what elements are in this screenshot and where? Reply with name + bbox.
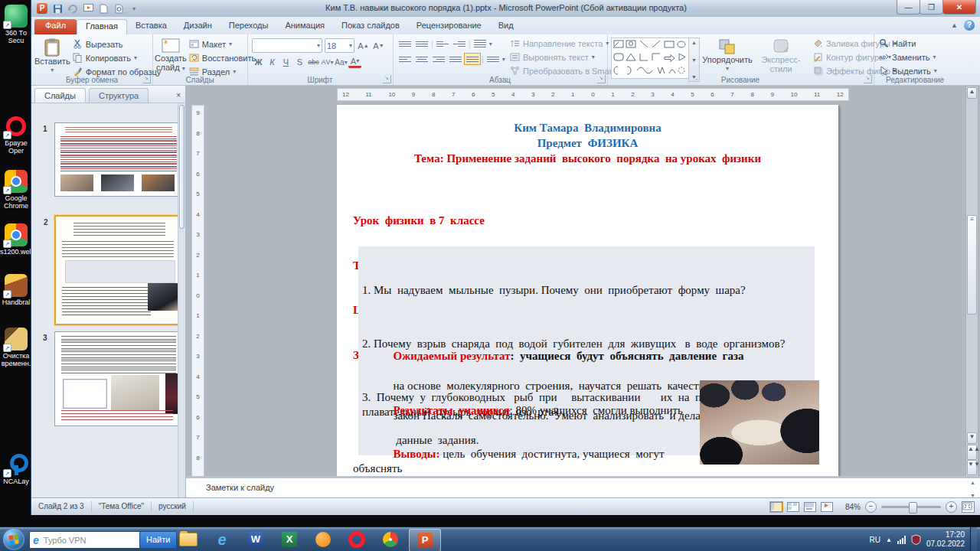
zoom-slider-thumb[interactable] <box>909 502 917 514</box>
tab-file[interactable]: Файл <box>34 19 77 35</box>
fit-to-window-button[interactable] <box>962 501 975 513</box>
panel-tab-slides[interactable]: Слайды <box>34 88 86 103</box>
taskbar-explorer-button[interactable] <box>173 529 204 550</box>
slide-thumbnail-3[interactable]: 3 <box>54 331 178 426</box>
shapes-scroll-up-icon[interactable]: ▲ <box>691 40 697 45</box>
taskbar-ie-button[interactable]: e <box>207 529 237 550</box>
shapes-scroll-down-icon[interactable]: ▼ <box>691 57 697 63</box>
desktop-icon-handbrake[interactable]: ↗ Handbral <box>0 274 32 306</box>
decrease-indent-button[interactable] <box>435 38 450 49</box>
desktop-icon-s1200[interactable]: ↗ s1200.web <box>0 223 32 256</box>
change-case-button[interactable]: Аа▾ <box>335 56 348 68</box>
show-desktop-button[interactable] <box>970 527 977 551</box>
security-shield-icon[interactable] <box>911 534 921 545</box>
slide-theme[interactable]: Тема: Применение заданий высокого порядк… <box>337 152 838 165</box>
desktop-icon-chrome[interactable]: ↗ Google Chrome <box>0 170 32 210</box>
shrink-font-button[interactable]: А▼ <box>372 40 385 52</box>
scroll-down-icon[interactable]: ▼ <box>967 432 977 444</box>
status-slide-number[interactable]: Слайд 2 из 3 <box>31 501 92 512</box>
quick-styles-button[interactable]: Экспресс-стили <box>754 36 808 77</box>
tab-insert[interactable]: Вставка <box>127 19 175 35</box>
new-slide-button[interactable]: Создать слайд ▾ <box>155 36 187 77</box>
zoom-percent[interactable]: 84% <box>838 503 861 511</box>
shapes-gallery[interactable] <box>611 37 689 79</box>
find-button[interactable]: Найти <box>877 37 956 50</box>
bold-button[interactable]: Ж <box>252 56 265 68</box>
justify-button[interactable] <box>448 54 463 64</box>
tab-design[interactable]: Дизайн <box>175 19 220 35</box>
panel-scrollbar[interactable] <box>178 103 185 497</box>
view-reading-button[interactable] <box>804 502 816 512</box>
view-slideshow-button[interactable] <box>821 502 833 512</box>
paste-button[interactable]: Вставить▾ <box>34 36 70 77</box>
arrange-button[interactable]: Упорядочить▾ <box>702 36 753 77</box>
clipboard-dialog-launcher-icon[interactable]: ↘ <box>142 75 151 83</box>
drawing-dialog-launcher-icon[interactable]: ↘ <box>864 75 872 83</box>
desktop-icon-cleanup[interactable]: ↗ Очистка временн. <box>0 328 32 367</box>
taskbar-powerpoint-button[interactable]: P <box>409 529 441 551</box>
cut-button[interactable]: Вырезать <box>70 37 164 51</box>
language-indicator[interactable]: RU <box>870 536 880 544</box>
desktop-icon-opera[interactable]: ↗ Браузе Oper <box>0 115 32 155</box>
underline-button[interactable]: Ч <box>279 56 292 68</box>
zoom-in-icon[interactable]: + <box>946 501 957 513</box>
columns-button[interactable] <box>465 54 480 64</box>
help-icon[interactable]: ? <box>964 20 975 31</box>
titlebar[interactable]: P ▾ Ким Т.В. навыки высокого порядка (1)… <box>31 0 980 18</box>
panel-close-icon[interactable]: × <box>176 91 181 99</box>
slide-thumbnail-2[interactable]: 2 <box>54 215 178 325</box>
taskbar-chrome-button[interactable] <box>375 529 406 550</box>
align-right-button[interactable] <box>431 54 446 64</box>
taskbar-opera-button[interactable] <box>341 529 372 550</box>
slide-author[interactable]: Ким Тамара Владимировна <box>337 122 838 135</box>
scroll-up-icon[interactable]: ▲ <box>967 87 977 99</box>
font-dialog-launcher-icon[interactable]: ↘ <box>383 75 391 83</box>
next-slide-icon[interactable]: ▼▼ <box>967 460 977 475</box>
view-normal-button[interactable] <box>770 502 782 512</box>
zoom-out-icon[interactable]: − <box>865 501 877 513</box>
tab-animations[interactable]: Анимация <box>276 19 333 35</box>
previous-slide-icon[interactable]: ▲▲ <box>967 445 977 460</box>
tab-home[interactable]: Главная <box>77 19 127 36</box>
desktop-icon-ncalayer[interactable]: ↗ NCALay <box>0 453 32 485</box>
status-language[interactable]: русский <box>152 501 194 512</box>
tray-expand-icon[interactable]: ▲ <box>886 536 892 543</box>
taskbar-word-button[interactable]: W <box>240 529 271 550</box>
notes-pane[interactable]: Заметки к слайду ▲▼ <box>186 476 980 500</box>
start-button[interactable] <box>3 529 24 550</box>
line-spacing-button[interactable] <box>472 38 488 49</box>
taskbar-find-button[interactable]: Найти <box>139 531 177 549</box>
font-name-combo[interactable]: ▾ <box>252 38 322 53</box>
view-slide-sorter-button[interactable] <box>787 502 799 512</box>
slide-subject[interactable]: Предмет ФИЗИКА <box>337 137 838 150</box>
add-remove-columns-button[interactable] <box>485 54 501 64</box>
panel-tab-outline[interactable]: Структура <box>89 88 149 103</box>
desktop-icon-360-security[interactable]: ↗ 360 Tо Secu <box>0 5 32 44</box>
slide-thumbnail-1[interactable]: 1 <box>54 122 178 197</box>
taskbar-media-player-button[interactable] <box>308 529 338 550</box>
tab-review[interactable]: Рецензирование <box>408 19 490 35</box>
scrollbar-thumb[interactable]: ≡ <box>967 215 977 315</box>
strikethrough-button[interactable]: abc <box>307 56 320 68</box>
taskbar-search-box[interactable]: e <box>29 531 144 549</box>
tab-view[interactable]: Вид <box>490 19 522 35</box>
slide-canvas[interactable]: Ким Тамара Владимировна Предмет ФИЗИКА Т… <box>337 105 838 477</box>
horizontal-ruler[interactable]: 1211109876543210123456789101112 <box>337 88 849 101</box>
notes-scroll[interactable]: ▲▼ <box>967 480 978 498</box>
align-left-button[interactable] <box>397 54 413 64</box>
font-size-combo[interactable]: 18▾ <box>325 38 354 53</box>
align-center-button[interactable] <box>414 54 430 64</box>
zoom-slider[interactable] <box>881 506 941 508</box>
italic-button[interactable]: К <box>266 56 279 68</box>
network-signal-icon[interactable] <box>897 535 906 544</box>
increase-indent-button[interactable] <box>452 38 467 49</box>
close-button[interactable]: ✕ <box>942 0 976 15</box>
collapse-ribbon-icon[interactable]: ▲ <box>951 21 958 29</box>
tab-transitions[interactable]: Переходы <box>220 19 277 35</box>
vertical-ruler[interactable]: 9876543210123456789 <box>191 105 204 486</box>
clock[interactable]: 17:20 07.02.2022 <box>926 530 965 549</box>
tab-slideshow[interactable]: Показ слайдов <box>333 19 408 35</box>
shadow-button[interactable]: S <box>293 56 306 68</box>
editor-scrollbar[interactable]: ▲ ≡ ▼ ▲▲ ▼▼ <box>965 86 978 478</box>
character-spacing-button[interactable]: АV▾ <box>321 56 334 68</box>
